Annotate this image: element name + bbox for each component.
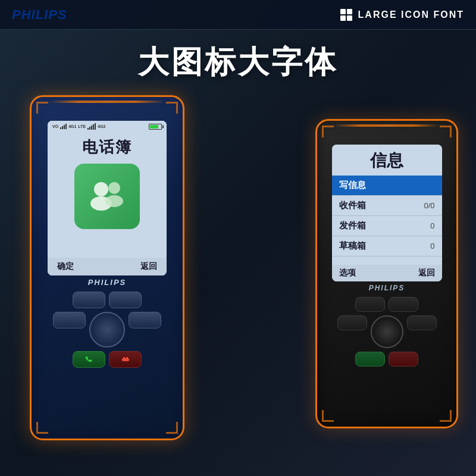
phone-right: 信息 写信息 收件箱 0/0 发件箱 0 [315, 119, 458, 428]
network-vo: VO [52, 124, 58, 129]
nav-right-key[interactable] [109, 292, 142, 308]
signal-bars-2 [87, 123, 96, 130]
back-btn-label-left: 返回 [140, 261, 157, 272]
menu-inbox-label: 收件箱 [339, 200, 366, 211]
keypad-left [39, 292, 176, 368]
contact-icon-box [74, 164, 140, 229]
menu-item-outbox[interactable]: 发件箱 0 [332, 216, 442, 236]
call-row-left [73, 351, 142, 368]
screen-right: 信息 写信息 收件箱 0/0 发件箱 0 [332, 145, 442, 281]
menu-inbox-value: 0/0 [424, 201, 434, 210]
call-row-right [355, 352, 418, 367]
screen-left-content: VO 4G1 LTE [48, 121, 167, 275]
left-soft-key[interactable] [53, 312, 86, 328]
network-4g1: 4G1 [68, 124, 76, 129]
nav-left-key-right[interactable] [355, 297, 385, 312]
center-key-left[interactable] [89, 312, 125, 347]
screen-right-content: 信息 写信息 收件箱 0/0 发件箱 0 [332, 145, 442, 281]
right-screen-bottom: 选项 返回 [332, 265, 442, 281]
menu-outbox-value: 0 [430, 221, 434, 230]
right-phone-brand: PHILIPS [369, 284, 405, 292]
end-call-icon [121, 356, 130, 363]
header-tag: LARGE ICON FONT [358, 10, 464, 20]
network-4g2: 4G2 [98, 124, 105, 129]
screen-bottom-bar-left: 确定 返回 [48, 258, 167, 275]
nav-right-key-right[interactable] [389, 297, 418, 312]
end-key-left[interactable] [109, 351, 142, 368]
center-row-left [53, 312, 161, 347]
nav-row-right [355, 297, 418, 312]
menu-item-drafts[interactable]: 草稿箱 0 [332, 236, 442, 256]
corner-br-right [440, 410, 452, 422]
corner-tl-right [322, 126, 334, 137]
corner-tr-right [440, 126, 452, 137]
nav-row-left [73, 292, 142, 308]
phone-left: VO 4G1 LTE [30, 95, 184, 440]
svg-rect-5 [123, 357, 125, 359]
corner-tr [166, 102, 178, 114]
screen-left: VO 4G1 LTE [48, 121, 167, 275]
back-btn-label-right: 返回 [418, 268, 435, 278]
menu-drafts-label: 草稿箱 [339, 240, 366, 252]
svg-point-0 [94, 182, 108, 196]
phone-body-right: 信息 写信息 收件箱 0/0 发件箱 0 [315, 119, 458, 428]
philips-logo: PHILIPS [12, 7, 67, 23]
left-screen-title: 电话簿 [82, 137, 132, 158]
corner-br [166, 422, 178, 434]
corner-tl [36, 102, 48, 114]
svg-rect-6 [126, 357, 128, 359]
orange-strip-left [35, 101, 179, 103]
contact-icon [83, 173, 131, 220]
nav-left-key[interactable] [73, 292, 105, 308]
phones-container: VO 4G1 LTE [0, 83, 476, 470]
orange-strip-right [321, 124, 453, 127]
right-screen-title: 信息 [332, 145, 442, 176]
corner-bl-right [322, 410, 334, 422]
phone-body-left: VO 4G1 LTE [30, 95, 184, 440]
right-soft-key-right[interactable] [407, 315, 437, 330]
main-area: 大图标大字体 VO [0, 30, 476, 476]
svg-point-2 [108, 182, 120, 194]
status-left: VO 4G1 LTE [52, 123, 105, 130]
center-row-right [337, 315, 437, 348]
call-key-right[interactable] [355, 352, 385, 367]
keypad-right [324, 297, 450, 367]
option-btn-label: 选项 [339, 268, 356, 278]
svg-rect-4 [122, 358, 129, 361]
header-right: LARGE ICON FONT [340, 9, 464, 21]
menu-compose-label: 写信息 [339, 180, 366, 191]
confirm-btn-label: 确定 [57, 261, 74, 272]
status-bar-left: VO 4G1 LTE [48, 121, 167, 132]
left-phone-brand: PHILIPS [88, 278, 127, 287]
header: PHILIPS LARGE ICON FONT [0, 0, 476, 30]
corner-bl [36, 422, 48, 434]
signal-bars-1 [60, 124, 67, 129]
network-lte: LTE [78, 124, 86, 129]
right-soft-key[interactable] [129, 312, 161, 328]
menu-outbox-label: 发件箱 [339, 220, 366, 231]
center-key-right[interactable] [371, 315, 403, 348]
call-key-left[interactable] [73, 351, 105, 368]
end-key-right[interactable] [389, 352, 418, 367]
menu-item-compose[interactable]: 写信息 [332, 176, 442, 196]
battery-icon [149, 124, 162, 130]
menu-item-inbox[interactable]: 收件箱 0/0 [332, 196, 442, 216]
left-soft-key-right[interactable] [337, 315, 367, 330]
grid-icon [340, 9, 352, 21]
svg-point-3 [105, 195, 123, 207]
call-icon [84, 356, 94, 363]
menu-drafts-value: 0 [430, 242, 434, 250]
main-title: 大图标大字体 [138, 42, 338, 83]
